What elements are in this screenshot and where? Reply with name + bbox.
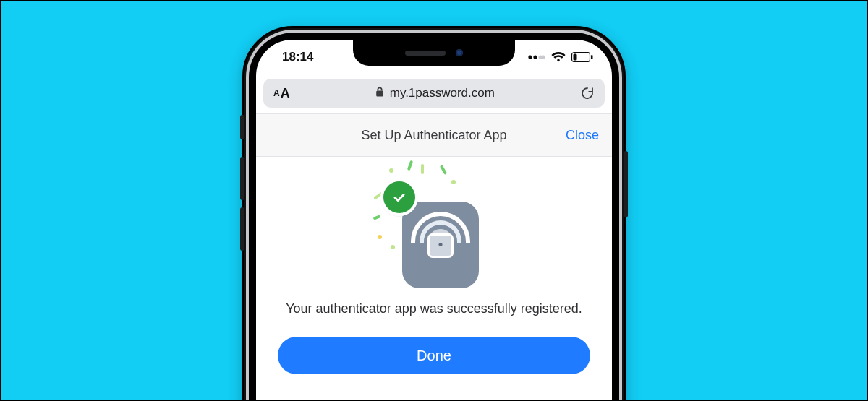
confetti-dot-icon: [378, 235, 382, 239]
lock-icon: [375, 87, 384, 100]
done-button[interactable]: Done: [278, 337, 590, 374]
svg-rect-7: [591, 55, 593, 59]
notch: [353, 40, 515, 66]
authenticator-tile-icon: [402, 202, 479, 288]
confetti-line-icon: [373, 215, 381, 220]
volume-down-button: [240, 207, 244, 251]
svg-rect-8: [376, 91, 383, 97]
success-message: Your authenticator app was successfully …: [276, 301, 592, 316]
modal-header: Set Up Authenticator App Close: [256, 113, 612, 157]
svg-point-4: [541, 55, 545, 59]
confetti-line-icon: [421, 164, 424, 174]
modal-content: Your authenticator app was successfully …: [256, 157, 612, 374]
lock-icon: [427, 233, 454, 258]
speaker: [405, 51, 446, 56]
mute-switch: [240, 115, 244, 139]
status-indicators: [528, 52, 593, 62]
volume-up-button: [240, 157, 244, 200]
front-camera: [456, 49, 463, 56]
image-canvas: 18:14: [0, 0, 868, 401]
confetti-dot-icon: [451, 180, 456, 184]
battery-icon: [571, 52, 593, 62]
address-bar[interactable]: AA my.1password.com: [263, 79, 605, 108]
close-button[interactable]: Close: [566, 128, 599, 143]
cellular-dots-icon: [528, 53, 545, 61]
svg-point-1: [533, 55, 537, 59]
address-domain: my.1password.com: [390, 86, 495, 100]
svg-point-0: [528, 55, 532, 59]
power-button: [624, 151, 628, 217]
confetti-dot-icon: [391, 245, 395, 249]
phone-screen: 18:14: [256, 40, 612, 401]
confetti-line-icon: [407, 160, 414, 171]
modal-title: Set Up Authenticator App: [361, 128, 506, 143]
confetti-line-icon: [440, 165, 447, 175]
browser-toolbar: AA my.1password.com: [256, 74, 612, 113]
checkmark-badge-icon: [380, 178, 418, 216]
status-time: 18:14: [282, 50, 313, 64]
authenticator-success-icon: [376, 173, 492, 288]
text-size-button[interactable]: AA: [273, 86, 290, 101]
phone-frame: 18:14: [242, 26, 626, 401]
svg-rect-6: [574, 54, 577, 61]
confetti-dot-icon: [389, 168, 393, 173]
refresh-button[interactable]: [580, 86, 595, 100]
wifi-icon: [551, 52, 566, 62]
